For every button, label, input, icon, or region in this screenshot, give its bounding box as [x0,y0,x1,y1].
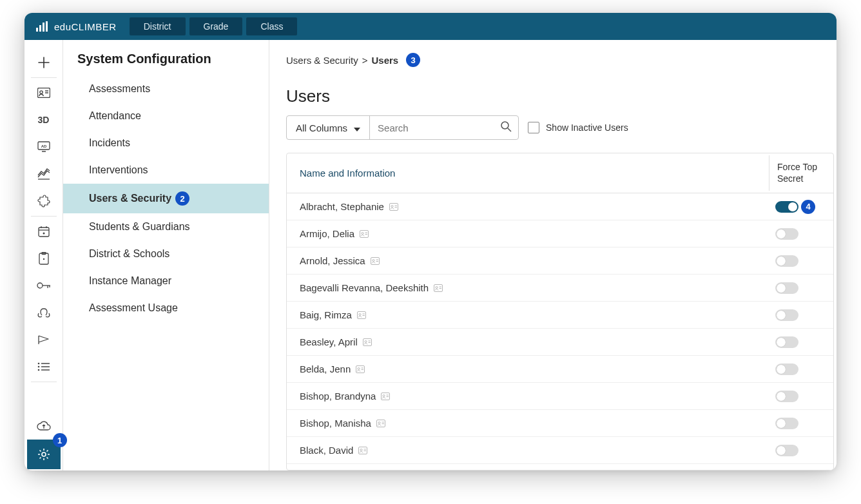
table-row[interactable]: Baig, Rimza [287,302,833,329]
force-toggle-cell [769,391,833,402]
table-row[interactable]: Arnold, Jessica [287,247,833,275]
search-combo: All Columns [286,115,519,140]
top-nav: District Grade Class [130,17,298,35]
sidebar-item-students-guardians[interactable]: Students & Guardians [63,213,269,240]
search-icon [500,121,512,135]
rail-monitor-icon[interactable]: AD [24,133,63,160]
brand-name: eduCLIMBER [54,21,117,32]
force-top-secret-toggle[interactable] [775,201,798,213]
sidebar-item-district-schools[interactable]: District & Schools [63,240,269,267]
sidebar-item-incidents[interactable]: Incidents [63,130,269,157]
rail-add-icon[interactable] [24,49,63,76]
user-name: Baig, Rimza [300,309,352,320]
sidebar-title: System Configuration [63,52,269,75]
table-row[interactable]: Bagevalli Revanna, Deekshith [287,275,833,302]
col-name-header[interactable]: Name and Information [287,156,769,190]
user-name-cell: Arnold, Jessica [287,255,769,266]
rail-idcard-icon[interactable] [24,79,63,106]
svg-point-46 [436,286,438,288]
sidebar-item-assessment-usage[interactable]: Assessment Usage [63,295,269,322]
force-top-secret-toggle[interactable] [775,418,798,429]
user-name-cell: Belda, Jenn [287,363,769,374]
force-toggle-cell [769,363,833,375]
svg-point-34 [391,205,393,207]
force-top-secret-toggle[interactable] [775,336,798,348]
rail-puzzle-icon[interactable] [24,188,63,215]
svg-rect-12 [39,228,49,237]
svg-point-66 [378,422,380,423]
show-inactive-label: Show Inactive Users [546,122,628,133]
user-name: Black, David [300,445,353,456]
table-row[interactable]: Black, David [287,437,833,464]
table-row[interactable]: Albracht, Stephanie4 [287,193,833,220]
toggle-badge: 4 [801,200,815,214]
chevron-down-icon [354,122,360,133]
user-name: Beasley, April [300,336,358,347]
rail-analytics-icon[interactable] [24,160,63,188]
show-inactive-checkbox[interactable]: Show Inactive Users [528,122,628,133]
brand-logo-icon [36,21,49,32]
user-name: Belda, Jenn [300,363,351,374]
svg-point-19 [43,258,44,260]
sidebar: System Configuration AssessmentsAttendan… [63,40,269,470]
force-toggle-cell [769,309,833,321]
force-top-secret-toggle[interactable] [775,228,798,240]
rail-calendar-icon[interactable] [24,218,63,245]
svg-point-42 [372,259,374,261]
force-top-secret-toggle[interactable] [775,309,798,321]
id-card-icon [371,257,380,265]
rail-3d-icon[interactable]: 3D [24,106,63,133]
id-card-icon [358,447,367,454]
users-table: Name and Information Force Top Secret Al… [286,153,834,470]
rail-flag-icon[interactable] [24,326,63,353]
controls-row: All Columns Show Inactive Users [286,115,837,140]
rail-key-icon[interactable] [24,272,63,299]
column-filter-label: All Columns [296,122,347,133]
sidebar-item-instance-manager[interactable]: Instance Manager [63,267,269,295]
rail-clipboard-icon[interactable] [24,245,63,272]
force-top-secret-toggle[interactable] [775,255,798,267]
search-field[interactable] [370,116,518,139]
table-row[interactable]: Bishop, Manisha [287,410,833,437]
sidebar-item-assessments[interactable]: Assessments [63,75,269,102]
id-card-icon [434,284,443,292]
force-top-secret-toggle[interactable] [775,391,798,402]
sidebar-item-interventions[interactable]: Interventions [63,157,269,184]
col-force-header[interactable]: Force Top Secret [769,155,833,191]
user-name-cell: Beasley, April [287,336,769,347]
table-row[interactable]: Bishop, Brandyna [287,383,833,410]
column-filter-select[interactable]: All Columns [287,116,370,139]
breadcrumb-sep: > [362,55,368,66]
svg-point-20 [37,283,43,288]
rail-hands-icon[interactable] [24,299,63,326]
app-window: eduCLIMBER District Grade Class 3D AD [24,13,837,470]
svg-point-70 [360,449,362,451]
settings-badge: 1 [53,433,67,447]
rail-list-icon[interactable] [24,353,63,380]
nav-district[interactable]: District [130,17,186,35]
force-toggle-cell [769,336,833,348]
breadcrumb-root[interactable]: Users & Security [286,55,358,66]
sidebar-item-label: Assessment Usage [89,302,178,314]
nav-class[interactable]: Class [246,17,297,35]
id-card-icon [360,230,369,238]
svg-rect-0 [36,28,38,32]
table-row[interactable]: Armijo, Delia [287,220,833,247]
svg-rect-3 [46,21,48,32]
nav-grade[interactable]: Grade [189,17,243,35]
force-top-secret-toggle[interactable] [775,363,798,375]
table-row[interactable]: Beasley, April [287,329,833,356]
id-card-icon [356,365,365,373]
svg-line-32 [508,128,511,131]
sidebar-item-attendance[interactable]: Attendance [63,102,269,130]
table-row[interactable]: Belda, Jenn [287,356,833,383]
sidebar-item-users-security[interactable]: Users & Security2 [63,184,269,213]
user-name: Bishop, Brandyna [300,391,376,402]
search-input[interactable] [378,122,500,133]
force-top-secret-toggle[interactable] [775,282,798,294]
user-name-cell: Armijo, Delia [287,228,769,239]
force-top-secret-toggle[interactable] [775,445,798,456]
sidebar-item-label: Incidents [89,137,130,149]
user-name-cell: Black, David [287,445,769,456]
rail-settings-button[interactable]: 1 [27,440,61,469]
